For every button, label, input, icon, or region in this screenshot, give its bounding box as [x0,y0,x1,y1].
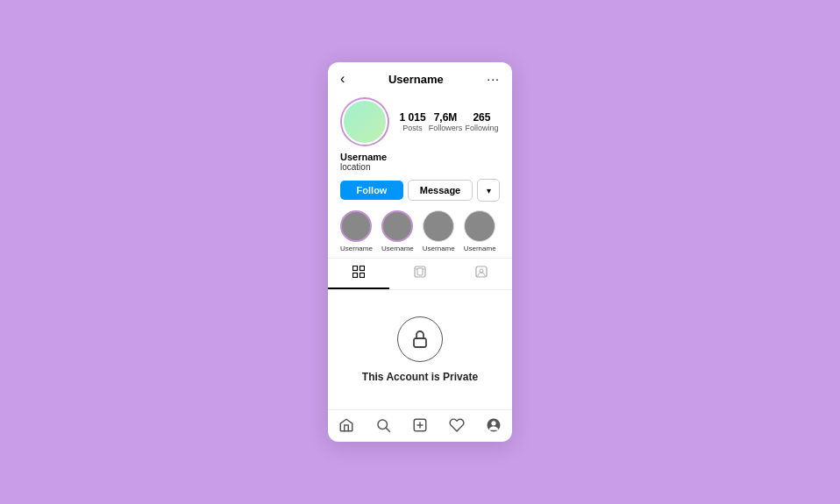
header-title: Username [388,73,444,86]
tabs-row [328,258,512,290]
profile-name-section: Username location [340,152,500,172]
profile-header: ‹ Username ··· [328,62,512,92]
svg-rect-3 [360,273,365,278]
svg-rect-10 [414,338,426,347]
highlight-label-2: Username [381,245,414,252]
posts-count: 1 015 [400,111,426,124]
highlight-circle-1 [340,210,372,242]
action-buttons: Follow Message ▾ [340,179,500,202]
stat-followers[interactable]: 7,6M Followers [429,111,463,132]
message-button[interactable]: Message [408,180,473,201]
highlight-item[interactable]: Username [423,210,455,252]
profile-username: Username [340,152,500,162]
add-icon [412,417,428,437]
tagged-icon [475,266,488,280]
avatar-inner [342,99,388,145]
nav-search[interactable] [365,417,402,437]
svg-point-9 [480,269,483,273]
bottom-nav [328,409,512,442]
lock-icon [409,329,431,350]
nav-profile[interactable] [475,417,512,437]
followers-label: Followers [429,124,463,132]
nav-heart[interactable] [438,417,475,437]
more-button[interactable]: ··· [487,72,500,86]
highlight-label-1: Username [340,245,373,252]
nav-home[interactable] [328,417,365,437]
following-count: 265 [473,111,490,124]
profile-section: 1 015 Posts 7,6M Followers 265 Following… [328,92,512,202]
lock-circle [397,316,443,362]
following-label: Following [465,124,498,132]
svg-rect-5 [417,268,423,275]
nav-add[interactable] [402,417,438,437]
highlight-item[interactable]: Username [464,210,496,252]
profile-location: location [340,162,500,172]
svg-point-17 [491,421,495,425]
highlight-circle-4 [464,210,495,242]
stats-row: 1 015 Posts 7,6M Followers 265 Following [398,111,500,132]
reels-icon [414,266,426,280]
follow-button[interactable]: Follow [340,181,403,200]
heart-icon [449,417,465,437]
grid-icon [352,266,365,280]
highlight-circle-3 [423,210,454,242]
svg-rect-0 [353,266,358,271]
highlight-circle-2 [381,210,413,242]
highlights-row: Username Username Username Username [328,202,512,258]
home-icon [338,417,354,437]
svg-rect-2 [353,273,358,278]
profile-icon [486,417,502,437]
highlight-label-4: Username [464,245,496,252]
private-section: This Account is Private [328,290,512,409]
svg-line-12 [386,428,389,431]
profile-top: 1 015 Posts 7,6M Followers 265 Following [340,97,500,146]
posts-label: Posts [402,124,423,132]
private-account-text: This Account is Private [362,371,478,383]
phone-frame: ‹ Username ··· 1 015 Posts 7,6M Follower… [328,62,512,442]
highlight-item[interactable]: Username [340,210,373,252]
tab-reels[interactable] [389,259,451,289]
highlight-item[interactable]: Username [381,210,414,252]
highlight-label-3: Username [423,245,455,252]
avatar [340,97,389,146]
back-button[interactable]: ‹ [340,71,345,87]
followers-count: 7,6M [434,111,458,124]
tab-tagged[interactable] [451,259,512,289]
tab-grid[interactable] [328,259,389,289]
svg-rect-1 [360,266,365,271]
search-icon [375,417,391,437]
dropdown-button[interactable]: ▾ [477,179,500,202]
stat-following[interactable]: 265 Following [465,111,498,132]
stat-posts: 1 015 Posts [400,111,426,132]
